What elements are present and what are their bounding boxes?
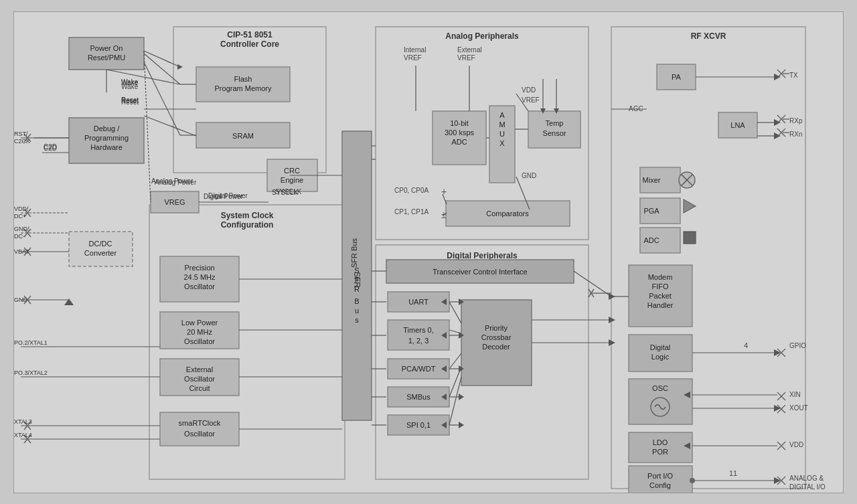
svg-text:VREF: VREF [404, 54, 422, 62]
svg-text:Digital Peripherals: Digital Peripherals [447, 251, 518, 260]
svg-text:XOUT: XOUT [789, 404, 808, 412]
svg-text:SFR: SFR [352, 272, 362, 288]
svg-line-250 [777, 477, 785, 485]
svg-text:Debug /: Debug / [94, 124, 120, 133]
svg-line-166 [682, 175, 692, 185]
svg-rect-56 [489, 106, 515, 183]
svg-marker-160 [774, 74, 781, 80]
svg-rect-29 [69, 232, 133, 266]
svg-rect-83 [461, 300, 532, 386]
svg-text:Config: Config [649, 481, 671, 489]
svg-text:Modem: Modem [648, 273, 673, 281]
svg-text:Hardware: Hardware [90, 143, 123, 151]
svg-marker-281 [459, 365, 464, 372]
svg-marker-162 [774, 119, 781, 126]
svg-text:XTAL4: XTAL4 [14, 432, 32, 438]
svg-point-188 [690, 478, 695, 483]
svg-text:LDO: LDO [653, 438, 668, 446]
svg-marker-263 [609, 293, 615, 300]
digital-power-label: Digital Power [204, 193, 243, 200]
svg-text:ADC: ADC [451, 138, 467, 146]
svg-text:GND/: GND/ [14, 226, 29, 232]
svg-text:FIFO: FIFO [651, 282, 668, 290]
svg-rect-22 [196, 122, 290, 148]
svg-text:VREF: VREF [522, 96, 540, 104]
svg-text:Oscillator: Oscillator [184, 337, 215, 345]
svg-marker-164 [774, 133, 781, 139]
svg-line-116 [106, 70, 180, 84]
svg-line-226 [24, 435, 31, 443]
svg-line-223 [24, 422, 31, 430]
svg-text:Precision: Precision [184, 264, 214, 272]
svg-text:CRC: CRC [284, 167, 300, 175]
svg-text:ADC: ADC [643, 236, 659, 244]
svg-line-247 [777, 442, 785, 450]
svg-text:VDD: VDD [789, 441, 803, 448]
svg-text:RXn: RXn [789, 131, 802, 138]
svg-rect-102 [629, 335, 692, 371]
svg-line-148 [516, 94, 528, 111]
svg-text:Transceiver Control Interface: Transceiver Control Interface [433, 268, 527, 276]
svg-line-256 [449, 367, 461, 397]
svg-text:SPI 0,1: SPI 0,1 [406, 421, 431, 429]
svg-line-154 [443, 213, 447, 216]
svg-line-245 [777, 405, 785, 413]
svg-marker-278 [459, 332, 464, 339]
svg-text:10-bit: 10-bit [450, 119, 469, 127]
svg-marker-291 [554, 108, 559, 114]
svg-text:SMBus: SMBus [406, 393, 431, 401]
svg-text:R: R [354, 285, 360, 293]
svg-text:M: M [499, 120, 505, 129]
svg-text:DIGITAL I/O: DIGITAL I/O [789, 483, 826, 491]
reset-label: Reset [121, 97, 139, 104]
svg-rect-65 [528, 111, 580, 148]
svg-text:11: 11 [729, 469, 737, 477]
svg-text:RST/: RST/ [14, 131, 28, 137]
svg-text:VDD/: VDD/ [14, 205, 29, 212]
svg-line-167 [682, 175, 692, 185]
svg-line-209 [24, 248, 31, 256]
svg-rect-105 [629, 379, 692, 424]
svg-rect-24 [267, 159, 317, 191]
svg-line-255 [449, 353, 461, 369]
svg-rect-3 [376, 27, 589, 240]
svg-line-265 [144, 51, 180, 67]
svg-text:UART: UART [408, 298, 428, 306]
svg-rect-36 [160, 312, 239, 349]
svg-text:Decoder: Decoder [482, 343, 510, 351]
svg-marker-260 [609, 317, 615, 323]
svg-text:System Clock: System Clock [221, 211, 274, 220]
svg-marker-280 [441, 365, 447, 372]
svg-marker-283 [441, 394, 447, 400]
svg-text:Mixer: Mixer [643, 176, 661, 184]
svg-text:TX: TX [789, 72, 798, 79]
svg-line-232 [777, 70, 785, 78]
svg-marker-277 [441, 332, 447, 339]
svg-line-242 [777, 349, 785, 357]
svg-marker-261 [609, 339, 615, 346]
svg-text:Handler: Handler [647, 301, 674, 309]
svg-text:A: A [499, 111, 505, 119]
svg-text:POR: POR [652, 448, 668, 456]
svg-text:ANALOG &: ANALOG & [789, 475, 824, 482]
svg-text:RXp: RXp [789, 117, 803, 124]
svg-text:PA: PA [672, 73, 682, 81]
svg-rect-32 [160, 256, 239, 302]
svg-line-254 [449, 330, 461, 333]
svg-text:LNA: LNA [730, 121, 745, 129]
svg-line-192 [589, 289, 594, 297]
svg-text:Port I/O: Port I/O [647, 472, 673, 480]
svg-rect-10 [376, 245, 589, 479]
svg-text:±: ± [441, 209, 447, 220]
svg-line-236 [777, 115, 785, 123]
svg-line-243 [777, 392, 785, 400]
svg-line-150 [516, 177, 530, 209]
svg-text:Flash: Flash [234, 75, 252, 83]
svg-line-257 [449, 377, 461, 425]
svg-text:Reset/PMU: Reset/PMU [88, 54, 125, 62]
svg-text:S: S [354, 266, 359, 274]
svg-line-120 [144, 54, 180, 84]
svg-text:External: External [186, 365, 213, 373]
svg-text:RF XCVR: RF XCVR [691, 31, 726, 41]
svg-text:Oscillator: Oscillator [184, 430, 215, 438]
